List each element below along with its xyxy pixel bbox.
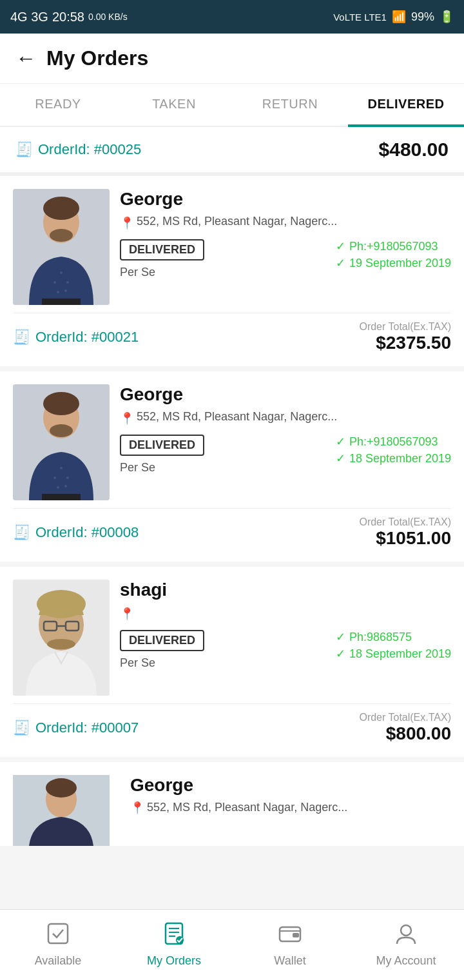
- order-card: George 📍 552, MS Rd, Pleasant Nagar, Nag…: [0, 371, 464, 562]
- svg-point-13: [50, 424, 73, 437]
- header: ← My Orders: [0, 34, 464, 84]
- svg-point-18: [64, 485, 67, 487]
- svg-point-16: [66, 476, 69, 479]
- order-id[interactable]: 🧾 OrderId: #00007: [13, 720, 139, 736]
- card-info: shagi 📍 DELIVERED Per Se ✓ Ph:9868575: [120, 580, 451, 696]
- customer-photo: [13, 384, 110, 500]
- check-icon-2: ✓: [336, 647, 345, 661]
- customer-name: shagi: [120, 580, 451, 600]
- nav-my-account[interactable]: My Account: [348, 910, 464, 980]
- svg-point-14: [60, 467, 63, 469]
- wallet-label: Wallet: [274, 954, 305, 968]
- svg-point-3: [50, 229, 73, 242]
- card-info: George 📍 552, MS Rd, Pleasant Nagar, Nag…: [120, 384, 451, 500]
- svg-point-6: [66, 281, 69, 284]
- available-icon: [46, 922, 70, 950]
- back-button[interactable]: ←: [15, 46, 36, 70]
- svg-point-5: [53, 281, 56, 284]
- receipt-icon-4: 🧾: [13, 720, 30, 736]
- available-label: Available: [35, 954, 82, 968]
- card-info: George 📍 552, MS Rd, Pleasant Nagar, Nag…: [120, 189, 451, 305]
- customer-address: 📍 552, MS Rd, Pleasant Nagar, Nagerc...: [120, 410, 451, 426]
- tab-delivered[interactable]: DELIVERED: [348, 84, 464, 127]
- tabs-container: READY TAKEN RETURN DELIVERED: [0, 84, 464, 127]
- nav-available[interactable]: Available: [0, 910, 116, 980]
- my-account-label: My Account: [376, 954, 436, 968]
- contact-block: ✓ Ph:9868575 ✓ 18 September 2019: [336, 630, 451, 663]
- account-icon: [394, 922, 418, 950]
- nav-my-orders[interactable]: My Orders: [116, 910, 232, 980]
- customer-address: 📍 552, MS Rd, Pleasant Nagar, Nagerc...: [120, 215, 451, 230]
- svg-point-35: [176, 936, 184, 944]
- location-icon: 📍: [120, 607, 134, 621]
- phone-number: Ph:9868575: [349, 631, 412, 644]
- tab-return[interactable]: RETURN: [232, 84, 348, 126]
- network-indicator: 4G 3G: [10, 10, 48, 24]
- status-badge: DELIVERED: [120, 630, 204, 651]
- customer-photo: [13, 580, 110, 696]
- data-speed: 0.00 KB/s: [88, 12, 128, 22]
- phone-number: Ph:+9180567093: [349, 435, 438, 449]
- summary-amount: $480.00: [379, 139, 449, 161]
- svg-rect-37: [293, 933, 299, 937]
- order-card: shagi 📍 DELIVERED Per Se ✓ Ph:9868575: [0, 567, 464, 757]
- svg-rect-30: [48, 924, 68, 943]
- svg-rect-19: [42, 494, 81, 500]
- partial-address: 📍 552, MS Rd, Pleasant Nagar, Nagerc...: [130, 801, 451, 815]
- order-total-amount: $2375.50: [376, 333, 451, 353]
- summary-row: 🧾 OrderId: #00025 $480.00: [0, 127, 464, 176]
- receipt-icon: 🧾: [15, 141, 33, 158]
- summary-order-id[interactable]: 🧾 OrderId: #00025: [15, 141, 141, 158]
- svg-point-26: [47, 639, 75, 649]
- my-orders-label: My Orders: [147, 954, 201, 968]
- tab-taken[interactable]: TAKEN: [116, 84, 232, 126]
- contact-block: ✓ Ph:+9180567093 ✓ 18 September 2019: [336, 435, 451, 468]
- partial-photo: [13, 775, 110, 846]
- wifi-icon: 📶: [392, 10, 406, 24]
- customer-address: 📍: [120, 605, 451, 621]
- delivery-date: 18 September 2019: [349, 452, 451, 466]
- partial-order-card: George 📍 552, MS Rd, Pleasant Nagar, Nag…: [0, 762, 464, 846]
- svg-point-4: [60, 271, 63, 274]
- delivery-date: 19 September 2019: [349, 257, 451, 270]
- svg-point-8: [64, 289, 67, 292]
- check-icon: ✓: [336, 239, 345, 253]
- page-title: My Orders: [46, 46, 148, 70]
- nav-wallet[interactable]: Wallet: [232, 910, 348, 980]
- card-bottom: 🧾 OrderId: #00021 Order Total(Ex.TAX) $2…: [13, 313, 451, 353]
- customer-photo: [13, 189, 110, 305]
- check-icon-2: ✓: [336, 451, 345, 466]
- order-total-label: Order Total(Ex.TAX): [359, 712, 451, 723]
- order-total-amount: $1051.00: [376, 528, 451, 548]
- svg-point-12: [43, 392, 79, 415]
- receipt-icon-2: 🧾: [13, 329, 30, 346]
- svg-point-7: [57, 291, 59, 293]
- customer-name: George: [120, 189, 451, 210]
- order-total-label: Order Total(Ex.TAX): [359, 321, 451, 333]
- status-left: 4G 3G 20:58 0.00 KB/s: [10, 10, 128, 24]
- order-id[interactable]: 🧾 OrderId: #00008: [13, 524, 139, 541]
- volte-indicator: VoLTE LTE1: [333, 12, 387, 23]
- tab-ready[interactable]: READY: [0, 84, 116, 126]
- my-orders-icon: [162, 922, 186, 950]
- order-id[interactable]: 🧾 OrderId: #00021: [13, 329, 139, 346]
- time: 20:58: [52, 10, 84, 24]
- status-badge: DELIVERED: [120, 239, 204, 260]
- check-icon-2: ✓: [336, 256, 345, 270]
- check-icon: ✓: [336, 435, 345, 449]
- status-badge: DELIVERED: [120, 435, 204, 456]
- phone-number: Ph:+9180567093: [349, 240, 438, 253]
- svg-point-29: [46, 778, 77, 798]
- location-icon-partial: 📍: [130, 801, 144, 815]
- svg-point-38: [401, 925, 411, 936]
- delivery-by: Per Se: [120, 461, 204, 475]
- svg-point-2: [43, 197, 79, 220]
- location-icon: 📍: [120, 216, 134, 230]
- bottom-nav: Available My Orders Wallet My Account: [0, 909, 464, 980]
- delivery-by: Per Se: [120, 656, 204, 670]
- contact-block: ✓ Ph:+9180567093 ✓ 19 September 2019: [336, 239, 451, 273]
- delivery-date: 18 September 2019: [349, 647, 451, 661]
- location-icon: 📍: [120, 411, 134, 426]
- svg-point-15: [53, 476, 56, 479]
- battery-level: 99%: [411, 10, 434, 24]
